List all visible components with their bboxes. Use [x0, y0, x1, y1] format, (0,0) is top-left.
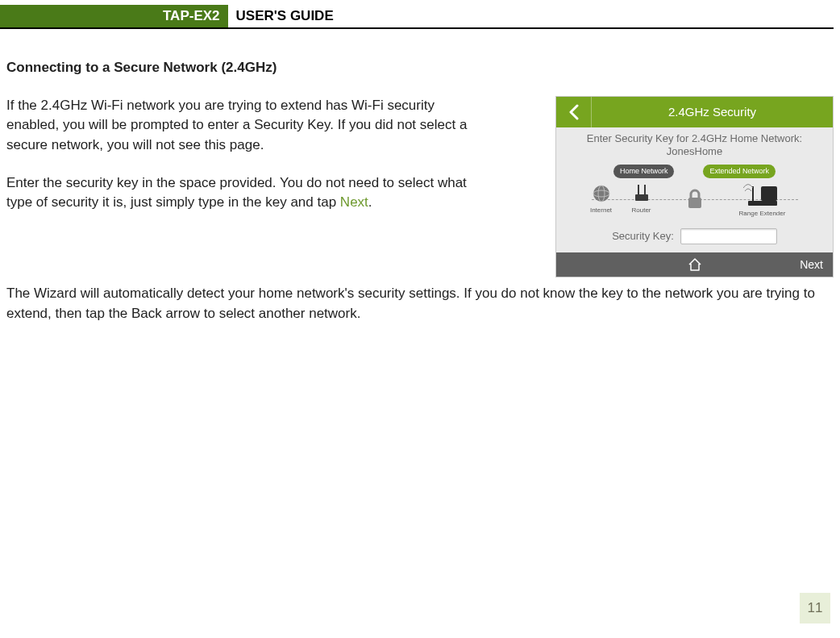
- lock-icon: [685, 188, 705, 211]
- svg-rect-7: [748, 201, 777, 206]
- paragraph-2: Enter the security key in the space prov…: [6, 173, 490, 213]
- router-icon: [630, 183, 653, 204]
- sc-body: Enter Security Key for 2.4GHz Home Netwo…: [556, 127, 833, 253]
- paragraph-2-next: Next: [340, 194, 368, 210]
- paragraph-3: The Wizard will automatically detect you…: [6, 284, 829, 323]
- device-screenshot: 2.4GHz Security Enter Security Key for 2…: [555, 96, 834, 278]
- paragraph-2-post: .: [368, 194, 372, 210]
- sc-prompt-line1: Enter Security Key for 2.4GHz Home Netwo…: [587, 132, 802, 144]
- header-accent: [0, 5, 10, 27]
- page-number: 11: [800, 593, 830, 623]
- svg-rect-3: [635, 194, 648, 201]
- node-router: Router: [626, 183, 658, 215]
- badge-extended-network: Extended Network: [703, 165, 776, 178]
- node-internet: Internet: [585, 183, 618, 215]
- chevron-left-icon: [568, 104, 580, 120]
- security-key-input[interactable]: [680, 228, 777, 244]
- back-button[interactable]: [556, 97, 592, 127]
- node-extender: Range Extender: [727, 183, 798, 219]
- extender-icon: [743, 183, 782, 207]
- security-key-label: Security Key:: [612, 229, 674, 244]
- badge-home-network: Home Network: [613, 165, 675, 178]
- svg-rect-6: [688, 198, 701, 208]
- page-content: Connecting to a Secure Network (2.4GHz) …: [0, 29, 840, 323]
- svg-point-0: [593, 186, 609, 202]
- sc-diagram: Internet Router: [582, 180, 808, 225]
- home-icon: [688, 258, 702, 271]
- sc-bottombar: Next: [556, 252, 833, 277]
- sc-badges: Home Network Extended Network: [556, 165, 833, 178]
- node-extender-label: Range Extender: [739, 210, 786, 217]
- sc-prompt-line2: JonesHome: [667, 145, 722, 157]
- next-button[interactable]: Next: [800, 256, 833, 273]
- svg-rect-8: [761, 186, 777, 201]
- section-heading: Connecting to a Secure Network (2.4GHz): [6, 58, 834, 78]
- node-router-label: Router: [631, 206, 651, 214]
- globe-icon: [591, 183, 612, 204]
- node-internet-label: Internet: [590, 206, 612, 214]
- doc-header: TAP-EX2 USER'S GUIDE: [0, 5, 834, 29]
- paragraph-1: If the 2.4GHz Wi-Fi network you are tryi…: [6, 96, 490, 156]
- doc-title: USER'S GUIDE: [228, 5, 334, 27]
- product-badge: TAP-EX2: [10, 5, 228, 27]
- paragraph-2-pre: Enter the security key in the space prov…: [6, 175, 467, 211]
- home-button[interactable]: [683, 252, 707, 277]
- sc-key-row: Security Key:: [556, 228, 833, 244]
- sc-title: 2.4GHz Security: [592, 103, 833, 121]
- sc-topbar: 2.4GHz Security: [556, 97, 833, 127]
- node-lock: [680, 188, 709, 214]
- sc-prompt: Enter Security Key for 2.4GHz Home Netwo…: [556, 132, 833, 164]
